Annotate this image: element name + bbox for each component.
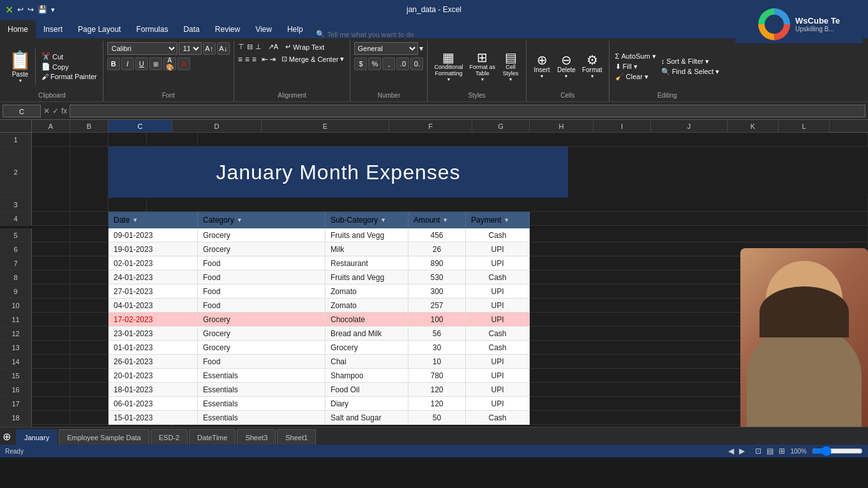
view-layout-icon[interactable]: ▤	[767, 447, 774, 455]
col-header-h[interactable]: H	[530, 120, 594, 133]
quick-access-redo[interactable]: ↪	[27, 5, 34, 14]
cell-b10[interactable]	[70, 299, 108, 313]
wrap-text-button[interactable]: ↵ Wrap Text	[283, 42, 326, 52]
cell-amount-7[interactable]: 890	[408, 256, 466, 270]
col-header-c[interactable]: C	[108, 120, 172, 133]
cell-amount-12[interactable]: 56	[408, 327, 466, 341]
font-color-button[interactable]: A	[177, 57, 190, 70]
cell-a4[interactable]	[32, 212, 70, 226]
comma-button[interactable]: ,	[382, 57, 395, 70]
cell-b17[interactable]	[70, 397, 108, 411]
cell-subcategory-7[interactable]: Restaurant	[326, 256, 408, 270]
cell-a15[interactable]	[32, 369, 70, 383]
cancel-formula-icon[interactable]: ✕	[43, 107, 50, 115]
cell-date-17[interactable]: 06-01-2023	[108, 397, 198, 411]
cell-amount-15[interactable]: 780	[408, 369, 466, 383]
cell-date-14[interactable]: 26-01-2023	[108, 355, 198, 369]
tab-help[interactable]: Help	[280, 20, 311, 38]
confirm-formula-icon[interactable]: ✓	[52, 107, 59, 115]
cell-b6[interactable]	[70, 242, 108, 256]
cell-b14[interactable]	[70, 355, 108, 369]
cell-date-15[interactable]: 20-01-2023	[108, 369, 198, 383]
cell-category-11[interactable]: Grocery	[198, 313, 326, 327]
header-payment-filter[interactable]: ▼	[504, 217, 509, 223]
cell-amount-11[interactable]: 100	[408, 313, 466, 327]
cell-subcategory-10[interactable]: Zomato	[326, 299, 408, 313]
cell-a16[interactable]	[32, 383, 70, 397]
insert-button[interactable]: ⊕ Insert ▾	[530, 52, 553, 80]
scroll-right-icon[interactable]: ▶	[739, 447, 745, 455]
merge-center-button[interactable]: ⊡ Merge & Center ▾	[280, 54, 347, 64]
cell-rest-5[interactable]	[530, 228, 868, 242]
cell-payment-14[interactable]: UPI	[466, 355, 530, 369]
col-header-l[interactable]: L	[779, 120, 830, 133]
cell-payment-17[interactable]: UPI	[466, 397, 530, 411]
cell-category-15[interactable]: Essentials	[198, 369, 326, 383]
cell-a6[interactable]	[32, 242, 70, 256]
header-subcategory-filter[interactable]: ▼	[380, 217, 386, 223]
tab-view[interactable]: View	[248, 20, 280, 38]
cell-date-6[interactable]: 19-01-2023	[108, 242, 198, 256]
cell-b2[interactable]	[70, 147, 108, 198]
ribbon-search-input[interactable]	[327, 31, 455, 38]
quick-access-undo[interactable]: ↩	[17, 5, 24, 14]
cell-a11[interactable]	[32, 313, 70, 327]
cell-amount-13[interactable]: 30	[408, 341, 466, 355]
cell-subcategory-6[interactable]: Milk	[326, 242, 408, 256]
header-date-filter[interactable]: ▼	[132, 217, 138, 223]
cell-date-12[interactable]: 23-01-2023	[108, 327, 198, 341]
cell-payment-11[interactable]: UPI	[466, 313, 530, 327]
view-break-icon[interactable]: ⊞	[779, 447, 785, 455]
border-button[interactable]: ⊞	[149, 57, 162, 70]
name-box[interactable]: C	[3, 105, 41, 117]
find-select-button[interactable]: 🔍 Find & Select ▾	[659, 67, 721, 77]
col-header-j[interactable]: J	[651, 120, 728, 133]
increase-decimal-button[interactable]: 0.	[410, 57, 423, 70]
cell-b4[interactable]	[70, 212, 108, 226]
cell-d1[interactable]	[147, 133, 198, 147]
italic-button[interactable]: I	[121, 57, 134, 70]
cell-subcategory-8[interactable]: Fruits and Vegg	[326, 270, 408, 285]
cell-a2[interactable]	[32, 147, 70, 198]
cell-b8[interactable]	[70, 270, 108, 285]
cell-b9[interactable]	[70, 285, 108, 299]
cell-c1[interactable]	[108, 133, 147, 147]
cell-a12[interactable]	[32, 327, 70, 341]
clear-button[interactable]: 🧹 Clear ▾	[613, 72, 658, 82]
cell-b13[interactable]	[70, 341, 108, 355]
font-size-select[interactable]: 11	[179, 42, 202, 55]
cell-a17[interactable]	[32, 397, 70, 411]
cell-payment-7[interactable]: UPI	[466, 256, 530, 270]
cell-amount-14[interactable]: 10	[408, 355, 466, 369]
add-sheet-icon[interactable]: ⊕	[3, 429, 11, 445]
cell-amount-10[interactable]: 257	[408, 299, 466, 313]
cell-category-13[interactable]: Grocery	[198, 341, 326, 355]
cell-a10[interactable]	[32, 299, 70, 313]
cell-date-11[interactable]: 17-02-2023	[108, 313, 198, 327]
insert-function-icon[interactable]: fx	[61, 107, 67, 115]
cell-date-5[interactable]: 09-01-2023	[108, 228, 198, 242]
fill-button[interactable]: ⬇ Fill ▾	[613, 62, 658, 71]
cell-date-13[interactable]: 01-01-2023	[108, 341, 198, 355]
sheet-tab-datetime[interactable]: DateTime	[189, 429, 236, 445]
increase-font-button[interactable]: A↑	[203, 42, 216, 55]
sort-filter-button[interactable]: ↕ Sort & Filter ▾	[659, 57, 721, 66]
cell-category-5[interactable]: Grocery	[198, 228, 326, 242]
cell-subcategory-16[interactable]: Food Oil	[326, 383, 408, 397]
underline-button[interactable]: U	[135, 57, 148, 70]
cell-category-7[interactable]: Food	[198, 256, 326, 270]
col-header-e[interactable]: E	[262, 120, 389, 133]
cell-payment-6[interactable]: UPI	[466, 242, 530, 256]
col-header-d[interactable]: D	[172, 120, 262, 133]
cell-a18[interactable]	[32, 411, 70, 425]
cell-subcategory-15[interactable]: Shampoo	[326, 369, 408, 383]
cell-b16[interactable]	[70, 383, 108, 397]
cell-payment-10[interactable]: UPI	[466, 299, 530, 313]
cell-subcategory-12[interactable]: Bread and Milk	[326, 327, 408, 341]
cell-a1[interactable]	[32, 133, 70, 147]
cell-subcategory-13[interactable]: Grocery	[326, 341, 408, 355]
col-header-g[interactable]: G	[472, 120, 530, 133]
cell-subcategory-17[interactable]: Diary	[326, 397, 408, 411]
cell-category-10[interactable]: Food	[198, 299, 326, 313]
cell-a8[interactable]	[32, 270, 70, 285]
